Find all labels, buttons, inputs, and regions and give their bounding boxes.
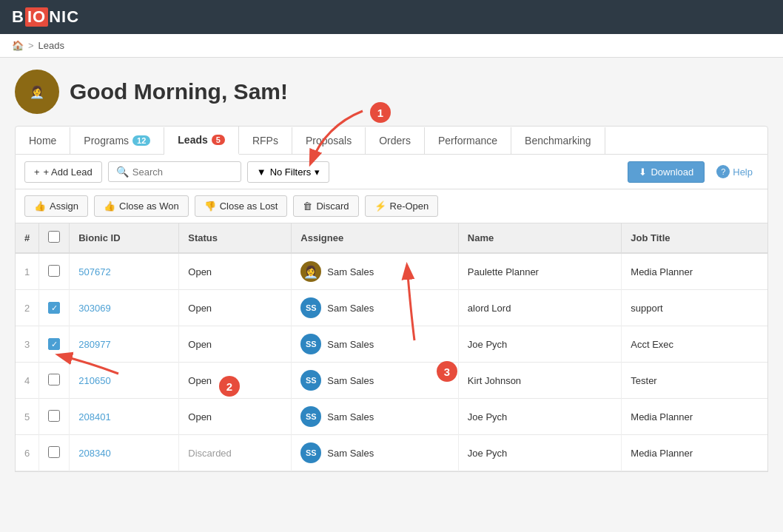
row-num: 3 <box>16 326 39 363</box>
row-checkbox-cell: ✓ <box>39 290 70 326</box>
tab-orders-label: Orders <box>379 135 411 147</box>
leads-table: # Bionic ID Status Assignee Name Job Tit… <box>16 223 767 471</box>
row-checkbox-cell: ✓ <box>39 326 70 363</box>
row-checkbox[interactable] <box>48 265 60 277</box>
row-num: 6 <box>16 435 39 471</box>
col-num: # <box>16 223 39 253</box>
bionic-id-cell[interactable]: 507672 <box>70 253 179 290</box>
row-checkbox[interactable] <box>48 410 60 422</box>
status-cell: Discarded <box>179 435 292 471</box>
assignee-name: Sam Sales <box>327 375 374 386</box>
status-cell: Open <box>179 253 292 290</box>
status-cell: Open <box>179 399 292 435</box>
tab-leads[interactable]: Leads 5 <box>164 127 239 155</box>
assign-button[interactable]: 👍 Assign <box>24 195 88 217</box>
job-title-cell: Media Planner <box>622 435 767 471</box>
add-lead-button[interactable]: + + Add Lead <box>24 161 102 183</box>
bionic-id-link[interactable]: 210650 <box>78 375 110 386</box>
col-name: Name <box>458 223 621 253</box>
logo-nic: NIC <box>49 7 79 27</box>
content-area: 👩‍💼 Good Morning, Sam! Home Programs 12 … <box>0 58 783 472</box>
help-label: Help <box>733 166 753 178</box>
help-icon: ? <box>716 165 730 178</box>
close-as-won-button[interactable]: 👍 Close as Won <box>94 195 189 217</box>
assignee-wrapper: SSSam Sales <box>300 334 448 354</box>
tab-programs[interactable]: Programs 12 <box>70 127 164 154</box>
table-row: 3✓280977OpenSSSam SalesJoe PychAcct Exec <box>16 326 767 363</box>
tab-home[interactable]: Home <box>16 127 70 154</box>
row-checkbox[interactable]: ✓ <box>48 302 60 314</box>
table-header-row: # Bionic ID Status Assignee Name Job Tit… <box>16 223 767 253</box>
assignee-name: Sam Sales <box>327 339 374 350</box>
tab-benchmarking-label: Benchmarking <box>525 135 591 147</box>
bionic-id-cell[interactable]: 208340 <box>70 435 179 471</box>
row-checkbox[interactable] <box>48 446 60 458</box>
status-cell: Open <box>179 290 292 326</box>
row-num: 1 <box>16 253 39 290</box>
job-title-cell: Media Planner <box>622 253 767 290</box>
row-checkbox-cell <box>39 435 70 471</box>
logo: BIONIC <box>12 7 79 27</box>
home-icon[interactable]: 🏠 <box>12 40 24 51</box>
add-lead-label: + Add Lead <box>44 166 93 178</box>
help-button[interactable]: ? Help <box>710 161 759 183</box>
avatar: 👩‍💼 <box>15 70 59 114</box>
search-input[interactable] <box>132 166 233 178</box>
bionic-id-link[interactable]: 208401 <box>78 411 110 422</box>
bionic-id-link[interactable]: 280977 <box>78 339 110 350</box>
search-icon: 🔍 <box>116 166 129 178</box>
breadcrumb: 🏠 > Leads <box>0 34 783 58</box>
assignee-name: Sam Sales <box>327 303 374 314</box>
download-icon: ⬇ <box>639 166 647 178</box>
filter-button[interactable]: ▼ No Filters ▾ <box>247 161 330 183</box>
row-checkbox-cell <box>39 253 70 290</box>
tab-proposals[interactable]: Proposals <box>292 127 366 154</box>
assignee-cell: SSSam Sales <box>292 435 458 471</box>
close-as-lost-label: Close as Lost <box>220 201 278 212</box>
close-as-lost-button[interactable]: 👎 Close as Lost <box>195 195 288 217</box>
row-checkbox-cell <box>39 363 70 399</box>
assignee-wrapper: 👩‍💼Sam Sales <box>300 261 448 282</box>
row-checkbox[interactable]: ✓ <box>48 338 60 350</box>
tab-performance-label: Performance <box>438 135 497 147</box>
name-cell: Paulette Planner <box>458 253 621 290</box>
row-checkbox[interactable] <box>48 374 60 385</box>
logo-b: B <box>12 7 24 27</box>
assignee-name: Sam Sales <box>327 411 374 422</box>
name-cell: alord Lord <box>458 290 621 326</box>
col-assignee: Assignee <box>292 223 458 253</box>
bionic-id-link[interactable]: 208340 <box>78 448 110 459</box>
assignee-name: Sam Sales <box>327 266 374 277</box>
discard-icon: 🗑 <box>303 201 312 212</box>
breadcrumb-separator: > <box>28 40 34 51</box>
tab-orders[interactable]: Orders <box>366 127 425 154</box>
download-button[interactable]: ⬇ Download <box>628 161 705 183</box>
assignee-wrapper: SSSam Sales <box>300 442 448 463</box>
assignee-name: Sam Sales <box>327 448 374 459</box>
bionic-id-link[interactable]: 507672 <box>78 266 110 277</box>
tab-benchmarking[interactable]: Benchmarking <box>511 127 605 154</box>
tab-performance[interactable]: Performance <box>425 127 511 154</box>
row-num: 2 <box>16 290 39 326</box>
col-bionic-id: Bionic ID <box>70 223 179 253</box>
discard-button[interactable]: 🗑 Discard <box>293 195 358 217</box>
close-as-won-label: Close as Won <box>119 201 179 212</box>
tab-home-label: Home <box>29 135 56 147</box>
bionic-id-cell[interactable]: 208401 <box>70 399 179 435</box>
bionic-id-cell[interactable]: 210650 <box>70 363 179 399</box>
name-cell: Kirt Johnson <box>458 363 621 399</box>
job-title-cell: Acct Exec <box>622 326 767 363</box>
tab-rfps[interactable]: RFPs <box>239 127 292 154</box>
bionic-id-cell[interactable]: 280977 <box>70 326 179 363</box>
tab-leads-label: Leads <box>178 134 207 146</box>
name-cell: Joe Pych <box>458 326 621 363</box>
table-row: 1507672Open👩‍💼Sam SalesPaulette PlannerM… <box>16 253 767 290</box>
assignee-cell: SSSam Sales <box>292 399 458 435</box>
bionic-id-link[interactable]: 303069 <box>78 303 110 314</box>
table-row: 6208340DiscardedSSSam SalesJoe PychMedia… <box>16 435 767 471</box>
bionic-id-cell[interactable]: 303069 <box>70 290 179 326</box>
table-row: 4210650OpenSSSam SalesKirt JohnsonTester <box>16 363 767 399</box>
assign-label: Assign <box>50 201 78 212</box>
select-all-checkbox[interactable] <box>48 231 60 243</box>
reopen-button[interactable]: ⚡ Re-Open <box>365 195 439 217</box>
